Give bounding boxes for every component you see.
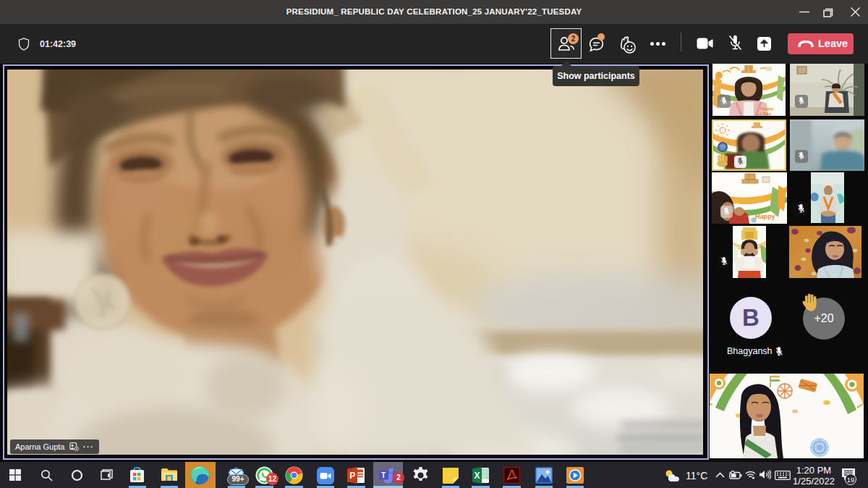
- svg-text:P: P: [349, 471, 355, 481]
- svg-text:T: T: [381, 471, 386, 479]
- svg-text:...c Day: ...c Day: [756, 112, 772, 116]
- svg-text:Happy: Happy: [760, 106, 774, 111]
- svg-text:X: X: [475, 471, 480, 481]
- svg-text:Happy: Happy: [755, 213, 775, 220]
